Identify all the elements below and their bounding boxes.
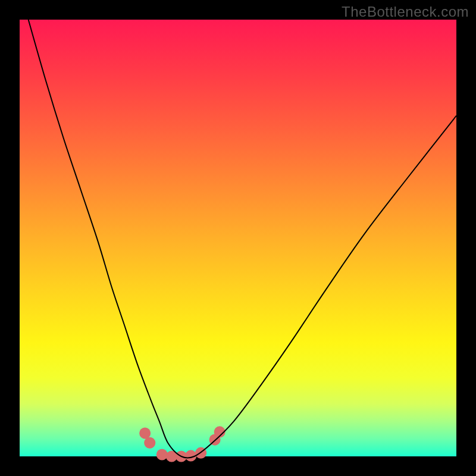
- chart-svg: [20, 20, 456, 456]
- bottleneck-curve: [29, 20, 456, 458]
- marker-dot: [156, 449, 168, 461]
- watermark-text: TheBottleneck.com: [342, 4, 469, 20]
- marker-dot: [144, 437, 155, 449]
- outer-frame: TheBottleneck.com: [0, 0, 476, 476]
- plot-area: [20, 20, 456, 456]
- marker-dot: [139, 428, 151, 439]
